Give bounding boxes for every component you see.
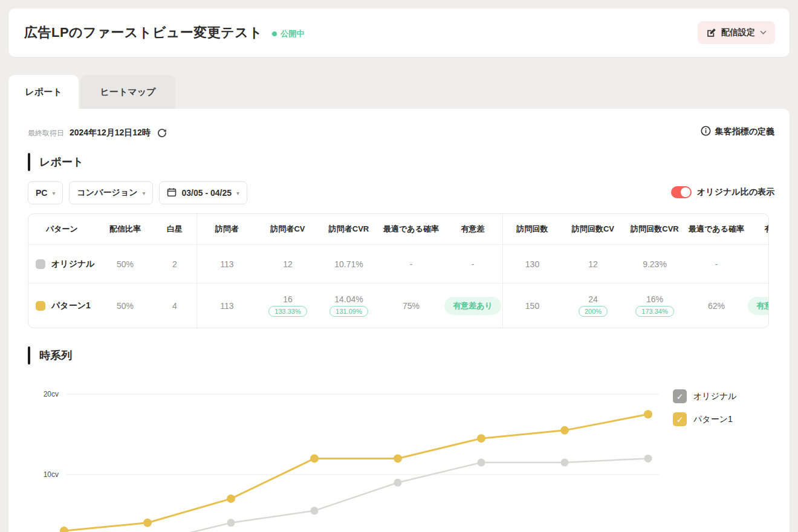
data-point (227, 495, 235, 503)
table-cell: 最適である確率 (685, 214, 748, 244)
data-point (477, 434, 485, 443)
table-row: オリジナル50%21131210.71%--130129.23%-- (28, 244, 768, 283)
table-cell: 4 (153, 284, 196, 328)
table-cell: 50% (97, 284, 153, 328)
data-point (394, 479, 402, 487)
table-cell: 訪問者 (196, 214, 257, 244)
last-fetched-row: 最終取得日 2024年12月12日12時 (28, 127, 168, 139)
report-section-heading: レポート (28, 152, 83, 172)
metric-select[interactable]: コンバージョン ▾ (69, 181, 153, 204)
table-cell: - (443, 245, 502, 283)
table-cell: - (685, 245, 748, 283)
original-ratio-toggle[interactable] (671, 186, 692, 198)
data-point (60, 527, 68, 532)
pattern-cell: パターン (28, 214, 97, 244)
table-cell: 配信比率 (97, 214, 153, 244)
tab-bar: レポート ヒートマップ (8, 75, 175, 109)
original-ratio-toggle-row: オリジナル比の表示 (671, 186, 774, 198)
section-bar (28, 153, 30, 171)
legend-checkbox-icon: ✓ (673, 412, 687, 426)
table-cell: 有意差 (748, 214, 769, 244)
status-label: 公開中 (281, 28, 304, 39)
status-badge: 公開中 (272, 28, 304, 39)
caret-down-icon: ▾ (142, 190, 145, 196)
calendar-icon (167, 187, 177, 199)
cell-value: 16 (283, 294, 293, 304)
table-cell: 75% (379, 284, 443, 328)
table-cell: - (379, 245, 443, 283)
data-point (227, 519, 235, 527)
refresh-icon[interactable] (156, 127, 168, 139)
significance-badge: 有意差あり (748, 297, 769, 315)
table-cell: 16133.33% (257, 284, 319, 328)
legend-item-パターン1[interactable]: ✓パターン1 (673, 412, 737, 426)
info-icon (701, 126, 711, 138)
table-cell: 訪問者CVR (319, 214, 379, 244)
legend-item-オリジナル[interactable]: ✓オリジナル (673, 389, 737, 403)
chevron-down-icon (760, 30, 767, 35)
table-cell: 12 (257, 245, 319, 283)
pattern-color-swatch (36, 301, 45, 311)
section-bar (28, 346, 30, 365)
tab-heatmap[interactable]: ヒートマップ (80, 75, 175, 109)
filter-bar: PC ▾ コンバージョン ▾ 03/05 - 04/25 ▾ (28, 181, 247, 204)
tab-report[interactable]: レポート (8, 75, 79, 109)
ratio-pill: 133.33% (268, 306, 307, 317)
chart-legend: ✓オリジナル✓パターン1 (673, 389, 737, 426)
table-cell: 16%173.34% (624, 284, 685, 328)
ratio-pill: 131.09% (329, 306, 368, 317)
device-select-value: PC (36, 188, 47, 198)
legend-label: パターン1 (693, 414, 733, 425)
toggle-knob (681, 187, 690, 197)
series-line-パターン1 (64, 414, 648, 531)
table-cell: 2 (153, 245, 196, 283)
table-cell: - (748, 245, 769, 283)
data-point (561, 459, 569, 467)
delivery-settings-button[interactable]: 配信設定 (698, 21, 775, 44)
table-cell: 12 (562, 245, 624, 283)
table-cell: 最適である確率 (379, 214, 443, 244)
device-select[interactable]: PC ▾ (28, 181, 63, 204)
data-point (394, 454, 402, 462)
cell-value: 24 (588, 294, 598, 304)
table-cell: 113 (196, 245, 257, 283)
table-cell: 訪問回数 (502, 214, 562, 244)
last-fetched-value: 2024年12月12日12時 (70, 128, 151, 138)
caret-down-icon: ▾ (236, 190, 239, 196)
table-cell: 50% (97, 245, 153, 283)
data-point (560, 426, 569, 435)
metric-definition-link[interactable]: 集客指標の定義 (701, 126, 774, 138)
table-cell: 130 (502, 245, 562, 283)
date-range-picker[interactable]: 03/05 - 04/25 ▾ (159, 181, 247, 204)
data-point (311, 507, 319, 514)
table-cell: 有意差 (443, 214, 502, 244)
table-row: パターン150%411316133.33%14.04%131.09%75%有意差… (28, 283, 768, 328)
pattern-cell: オリジナル (28, 245, 97, 283)
metric-definition-label: 集客指標の定義 (715, 126, 774, 137)
data-point (644, 410, 652, 418)
table-cell: 訪問者CV (257, 214, 319, 244)
original-ratio-toggle-label: オリジナル比の表示 (697, 187, 774, 198)
table-cell: 14.04%131.09% (319, 284, 379, 328)
edit-icon (706, 28, 716, 38)
cell-value: 16% (646, 294, 663, 304)
metric-select-value: コンバージョン (77, 187, 137, 198)
timeseries-line-chart (36, 381, 665, 532)
pattern-name: オリジナル (51, 259, 95, 270)
table-cell: 有意差あり (748, 284, 769, 328)
table-cell: 白星 (153, 214, 196, 244)
data-point (143, 519, 152, 527)
table-cell: 9.23% (624, 245, 685, 283)
table-cell: 訪問回数CV (562, 214, 624, 244)
page-title: 広告LPのファーストビュー変更テスト (24, 24, 262, 42)
table-cell: 有意差あり (443, 284, 502, 328)
data-point (644, 455, 652, 462)
table-cell: 62% (685, 284, 748, 328)
ratio-pill: 173.34% (635, 306, 673, 317)
last-fetched-label: 最終取得日 (28, 128, 64, 138)
caret-down-icon: ▾ (52, 190, 55, 196)
legend-label: オリジナル (693, 391, 737, 402)
pattern-name: パターン1 (51, 300, 91, 311)
status-dot-icon (272, 31, 277, 36)
pattern-cell: パターン1 (28, 284, 97, 328)
